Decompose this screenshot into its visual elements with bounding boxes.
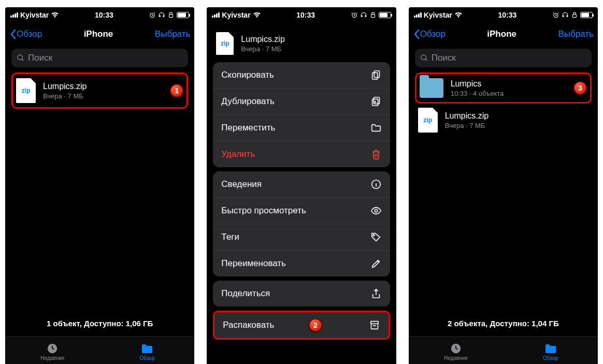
alarm-icon bbox=[149, 11, 156, 19]
menu-quicklook[interactable]: Быстро просмотреть bbox=[213, 198, 390, 224]
tab-bar: Недавние Обзор bbox=[5, 336, 194, 364]
search-input[interactable]: Поиск bbox=[11, 49, 188, 67]
back-button[interactable]: Обзор bbox=[9, 29, 42, 39]
step-badge-2: 2 bbox=[309, 318, 322, 332]
folder-name: Lumpics bbox=[451, 79, 566, 89]
select-button[interactable]: Выбрать bbox=[558, 29, 594, 39]
screen-3: Kyivstar 10:33 Обзор iPhone Выбрать Поис… bbox=[409, 7, 598, 364]
clock-icon bbox=[46, 343, 59, 354]
eye-icon bbox=[370, 205, 382, 216]
menu-delete[interactable]: Удалить bbox=[213, 141, 390, 167]
archive-icon bbox=[369, 319, 380, 331]
copy-icon bbox=[370, 69, 382, 81]
info-icon bbox=[370, 179, 382, 190]
select-button[interactable]: Выбрать bbox=[155, 29, 190, 39]
tab-recents[interactable]: Недавние bbox=[409, 337, 504, 364]
menu-uncompress-highlighted[interactable]: Распаковать 2 bbox=[213, 311, 390, 340]
folder-icon bbox=[420, 78, 443, 98]
menu-quicklook-label: Быстро просмотреть bbox=[221, 206, 306, 216]
folder-icon bbox=[370, 122, 382, 134]
step-badge-1: 1 bbox=[170, 84, 183, 97]
tab-recents[interactable]: Недавние bbox=[5, 337, 100, 364]
nav-title: iPhone bbox=[487, 29, 516, 39]
svg-point-16 bbox=[421, 55, 426, 60]
folder-tab-icon bbox=[544, 343, 557, 354]
svg-rect-8 bbox=[374, 97, 379, 104]
tab-recents-label: Недавние bbox=[444, 355, 468, 361]
menu-rename-label: Переименовать bbox=[221, 258, 286, 269]
search-icon bbox=[420, 54, 428, 62]
menu-move[interactable]: Переместить bbox=[213, 115, 390, 141]
menu-info-label: Сведения bbox=[221, 179, 262, 190]
tab-browse-label: Обзор bbox=[543, 355, 558, 361]
clock-label: 10:33 bbox=[498, 11, 517, 19]
tab-browse[interactable]: Обзор bbox=[100, 337, 195, 364]
folder-meta: 10:33 · 4 объекта bbox=[451, 90, 566, 97]
zip-file-icon: zip bbox=[216, 32, 234, 55]
clock-label: 10:33 bbox=[95, 11, 113, 19]
pencil-icon bbox=[370, 258, 382, 269]
context-menu-group-2: Сведения Быстро просмотреть Теги Переиме… bbox=[213, 171, 390, 276]
svg-point-2 bbox=[18, 55, 22, 60]
chevron-left-icon bbox=[9, 29, 17, 39]
file-name: Lumpics.zip bbox=[43, 82, 163, 91]
file-row-lumpics-zip[interactable]: zip Lumpics.zip Вчера · 7 МБ 1 bbox=[11, 72, 188, 109]
menu-move-label: Переместить bbox=[221, 123, 275, 133]
tab-browse-label: Обзор bbox=[140, 355, 155, 361]
wifi-icon bbox=[454, 12, 463, 18]
svg-rect-15 bbox=[572, 14, 576, 18]
carrier-label: Kyivstar bbox=[222, 11, 250, 19]
menu-share-label: Поделиться bbox=[221, 288, 270, 299]
footer-status: 1 объект, Доступно: 1,06 ГБ bbox=[5, 311, 194, 336]
tag-icon bbox=[370, 231, 382, 243]
alarm-icon bbox=[351, 11, 358, 19]
menu-tags[interactable]: Теги bbox=[213, 224, 390, 251]
headphones-icon bbox=[562, 11, 569, 19]
menu-duplicate[interactable]: Дублировать bbox=[213, 89, 390, 115]
file-meta: Вчера · 7 МБ bbox=[241, 45, 386, 53]
menu-share[interactable]: Поделиться bbox=[213, 281, 390, 307]
file-meta: Вчера · 7 МБ bbox=[43, 92, 163, 100]
svg-rect-7 bbox=[372, 72, 377, 79]
lock-icon bbox=[167, 11, 175, 19]
headphones-icon bbox=[360, 11, 367, 19]
wifi-icon bbox=[51, 12, 59, 18]
battery-icon bbox=[177, 12, 189, 18]
file-meta: Вчера · 7 МБ bbox=[445, 122, 588, 129]
tab-bar: Недавние Обзор bbox=[409, 336, 598, 364]
menu-delete-label: Удалить bbox=[221, 149, 255, 159]
screen-1: Kyivstar 10:33 Обзор iPhone Выбрать Поис… bbox=[5, 7, 194, 364]
nav-bar: Обзор iPhone Выбрать bbox=[5, 23, 194, 46]
signal-icon bbox=[212, 12, 220, 18]
tab-browse[interactable]: Обзор bbox=[503, 337, 598, 364]
headphones-icon bbox=[158, 11, 165, 19]
nav-bar: Обзор iPhone Выбрать bbox=[409, 23, 598, 46]
menu-copy[interactable]: Скопировать bbox=[213, 62, 390, 89]
wifi-icon bbox=[253, 12, 261, 18]
file-row-lumpics-zip[interactable]: zip Lumpics.zip Вчера · 7 МБ bbox=[415, 104, 592, 137]
folder-tab-icon bbox=[141, 343, 153, 354]
folder-row-lumpics[interactable]: Lumpics 10:33 · 4 объекта 3 bbox=[415, 72, 592, 104]
back-button[interactable]: Обзор bbox=[413, 29, 446, 39]
menu-tags-label: Теги bbox=[221, 232, 239, 242]
alarm-icon bbox=[552, 11, 559, 19]
clock-icon bbox=[450, 343, 462, 354]
footer-status: 2 объекта, Доступно: 1,04 ГБ bbox=[409, 311, 598, 336]
tab-recents-label: Недавние bbox=[40, 355, 64, 361]
battery-icon bbox=[580, 12, 593, 18]
svg-point-12 bbox=[373, 235, 375, 236]
menu-duplicate-label: Дублировать bbox=[221, 96, 274, 107]
battery-icon bbox=[379, 12, 391, 18]
zip-file-icon: zip bbox=[16, 78, 36, 103]
menu-uncompress-label: Распаковать bbox=[223, 320, 274, 330]
lock-icon bbox=[571, 11, 578, 19]
context-menu-header: zip Lumpics.zip Вчера · 7 МБ bbox=[213, 27, 390, 62]
lock-icon bbox=[369, 11, 377, 19]
search-placeholder: Поиск bbox=[432, 53, 456, 63]
menu-rename[interactable]: Переименовать bbox=[213, 251, 390, 276]
search-input[interactable]: Поиск bbox=[415, 49, 592, 67]
back-label: Обзор bbox=[17, 29, 42, 39]
svg-rect-1 bbox=[169, 14, 173, 18]
menu-info[interactable]: Сведения bbox=[213, 171, 390, 198]
zip-file-icon: zip bbox=[418, 108, 438, 133]
